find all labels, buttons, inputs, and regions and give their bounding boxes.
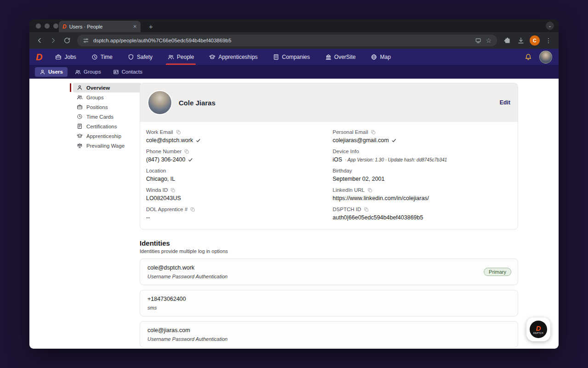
sidebar-item-positions[interactable]: Positions — [73, 102, 141, 112]
bookmark-star-icon[interactable]: ☆ — [486, 37, 492, 44]
browser-profile-avatar[interactable]: C — [528, 34, 541, 47]
user-icon — [77, 85, 83, 91]
sidebar-item-time-cards[interactable]: Time Cards — [73, 112, 141, 121]
url-text: dsptch.app/people/auth0%7C66e05edc594b4b… — [93, 38, 471, 43]
browser-tab-strip: D Users · People ✕ + ⌄ — [29, 19, 559, 32]
contact-card-icon — [113, 69, 119, 75]
identity-method: sms — [147, 305, 510, 310]
identity-card: cole@jiaras.com Username Password Authen… — [140, 321, 518, 348]
nav-label: Companies — [282, 54, 310, 60]
extensions-icon[interactable] — [501, 34, 514, 47]
subnav-item-contacts[interactable]: Contacts — [108, 67, 147, 77]
browser-toolbar: dsptch.app/people/auth0%7C66e05edc594b4b… — [29, 32, 559, 49]
sidebar-item-certifications[interactable]: Certifications — [73, 121, 141, 131]
landmark-icon — [325, 54, 332, 60]
field-value: (847) 306-2400 — [146, 156, 185, 163]
field-value[interactable]: https://www.linkedin.com/in/colejiaras/ — [333, 195, 429, 201]
window-zoom-button[interactable] — [53, 23, 58, 29]
copy-icon[interactable] — [190, 207, 195, 212]
downloads-icon[interactable] — [514, 34, 527, 47]
nav-item-time[interactable]: Time — [90, 49, 114, 65]
sidebar-label: Positions — [86, 104, 108, 110]
nav-label: Map — [380, 54, 390, 60]
identities-section: Identities Identities provide multiple l… — [140, 239, 518, 348]
profile-sidebar: Overview Groups Positions Time Cards Cer… — [73, 83, 141, 150]
briefcase-icon — [55, 54, 62, 60]
browser-tab[interactable]: D Users · People ✕ — [59, 21, 141, 32]
identity-value: cole@dsptch.work — [147, 264, 510, 271]
sidebar-label: Prevailing Wage — [86, 143, 124, 149]
nav-item-oversite[interactable]: OverSite — [323, 49, 358, 65]
nav-label: Safety — [137, 54, 153, 60]
clock-icon — [77, 114, 83, 120]
tab-favicon-icon: D — [62, 24, 67, 29]
profile-header: Cole Jiaras Edit — [140, 83, 518, 122]
subnav-label: Groups — [84, 69, 101, 75]
sidebar-item-groups[interactable]: Groups — [73, 92, 141, 102]
send-to-device-icon[interactable] — [475, 37, 481, 44]
dsptch-brand-icon[interactable]: D — [36, 52, 42, 62]
tab-close-icon[interactable]: ✕ — [133, 24, 137, 29]
globe-icon — [371, 54, 377, 60]
sidebar-item-overview[interactable]: Overview — [73, 83, 141, 92]
copy-icon[interactable] — [176, 130, 181, 135]
profile-card: Cole Jiaras Edit Work Email cole@dsptch.… — [140, 83, 518, 230]
window-minimize-button[interactable] — [45, 23, 50, 29]
user-avatar[interactable] — [539, 51, 552, 63]
window-close-button[interactable] — [36, 23, 41, 29]
subnav-item-users[interactable]: Users — [35, 67, 68, 77]
people-icon — [75, 69, 81, 75]
field-phone-number: Phone Number (847) 306-2400 — [146, 149, 333, 163]
verified-check-icon — [196, 138, 201, 143]
edit-button[interactable]: Edit — [499, 99, 510, 106]
nav-item-safety[interactable]: Safety — [126, 49, 154, 65]
new-tab-button[interactable]: + — [146, 21, 156, 32]
nav-item-people[interactable]: People — [166, 49, 196, 65]
field-label: Phone Number — [146, 149, 181, 154]
building-icon — [273, 54, 279, 60]
field-label: DSPTCH ID — [333, 207, 361, 212]
field-label: Personal Email — [333, 129, 368, 135]
copy-icon[interactable] — [364, 207, 369, 212]
scale-icon — [77, 143, 83, 149]
subnav-item-groups[interactable]: Groups — [70, 67, 106, 77]
reload-button[interactable] — [61, 34, 74, 47]
identity-method: Username Password Authentication — [147, 274, 510, 279]
nav-item-jobs[interactable]: Jobs — [53, 49, 78, 65]
field-value: -- — [146, 214, 150, 221]
nav-item-map[interactable]: Map — [369, 49, 392, 65]
copy-icon[interactable] — [184, 149, 189, 154]
user-icon — [40, 69, 45, 75]
copy-icon[interactable] — [170, 188, 175, 193]
field-personal-email: Personal Email colejiaras@gmail.com — [333, 129, 510, 144]
dsptch-logo-icon: D DSPTCH — [530, 321, 547, 338]
field-dol-apprentice: DOL Apprentice # -- — [146, 207, 333, 221]
identity-value: cole@jiaras.com — [147, 327, 510, 334]
identities-title: Identities — [140, 239, 518, 247]
notifications-bell-icon[interactable] — [525, 53, 532, 61]
launcher-initial: D — [536, 325, 541, 332]
page-content: Overview Groups Positions Time Cards Cer… — [29, 79, 559, 349]
graduation-cap-icon — [77, 133, 83, 139]
subnav-label: Contacts — [122, 69, 142, 75]
window-controls — [36, 19, 58, 32]
chat-launcher-button[interactable]: D DSPTCH — [526, 317, 550, 341]
tab-list-chevron-icon[interactable]: ⌄ — [546, 22, 554, 30]
identity-value: +18473062400 — [147, 296, 510, 302]
copy-icon[interactable] — [368, 188, 373, 193]
profile-name: Cole Jiaras — [179, 99, 493, 107]
copy-icon[interactable] — [371, 130, 376, 135]
field-device-info: Device Info iOS · App Version: 1.30 · Up… — [333, 149, 510, 163]
site-settings-icon[interactable] — [83, 37, 89, 44]
browser-menu-icon[interactable]: ⋮ — [542, 34, 555, 47]
sidebar-item-apprenticeship[interactable]: Apprenticeship — [73, 131, 141, 141]
nav-label: People — [177, 54, 194, 60]
forward-button[interactable] — [47, 34, 60, 47]
field-birthday: Birthday September 02, 2001 — [333, 168, 510, 182]
sidebar-item-prevailing-wage[interactable]: Prevailing Wage — [73, 141, 141, 150]
nav-item-apprenticeships[interactable]: Apprenticeships — [207, 49, 259, 65]
field-value: LO082043US — [146, 195, 181, 201]
back-button[interactable] — [33, 34, 46, 47]
nav-item-companies[interactable]: Companies — [271, 49, 312, 65]
address-bar[interactable]: dsptch.app/people/auth0%7C66e05edc594b4b… — [77, 34, 497, 46]
